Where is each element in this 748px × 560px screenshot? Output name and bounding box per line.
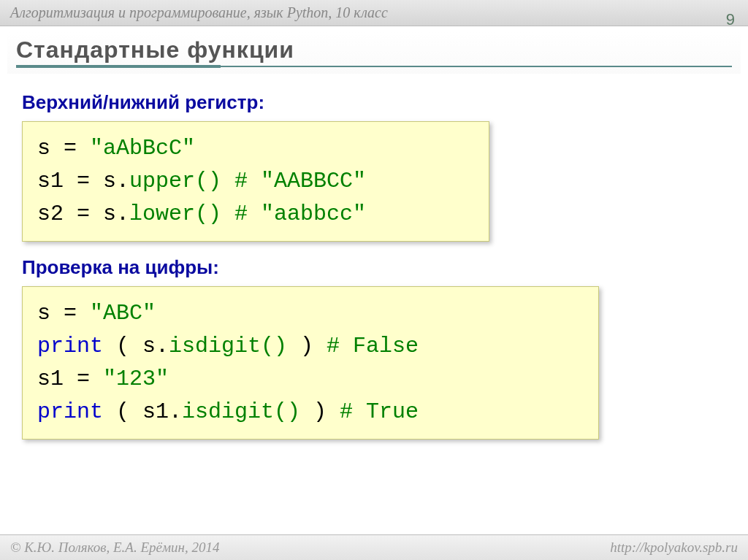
code-line: s = "ABC" <box>37 297 584 330</box>
content-area: Верхний/нижний регистр: s = "aAbBcC" s1 … <box>0 77 748 461</box>
code-line: s2 = s.lower() # "aabbcc" <box>37 198 474 231</box>
footer-url: http://kpolyakov.spb.ru <box>610 540 738 556</box>
footer: © К.Ю. Поляков, Е.А. Ерёмин, 2014 http:/… <box>0 534 748 560</box>
code-line: print ( s1.isdigit() ) # True <box>37 396 584 429</box>
code-line: print ( s.isdigit() ) # False <box>37 330 584 363</box>
subheading-digits: Проверка на цифры: <box>22 256 726 279</box>
code-block-digits: s = "ABC" print ( s.isdigit() ) # False … <box>22 286 599 440</box>
code-line: s = "aAbBcC" <box>37 132 474 165</box>
footer-copyright: © К.Ю. Поляков, Е.А. Ерёмин, 2014 <box>10 540 220 556</box>
code-line: s1 = s.upper() # "AABBCC" <box>37 165 474 198</box>
title-underline <box>16 65 732 68</box>
subheading-case: Верхний/нижний регистр: <box>22 91 726 114</box>
slide-title-bar: Стандартные функции <box>7 32 741 74</box>
header-breadcrumb: Алгоритмизация и программирование, язык … <box>0 0 748 26</box>
code-line: s1 = "123" <box>37 363 584 396</box>
code-block-case: s = "aAbBcC" s1 = s.upper() # "AABBCC" s… <box>22 121 489 242</box>
slide-title: Стандартные функции <box>16 37 732 64</box>
page-number: 9 <box>726 10 735 29</box>
